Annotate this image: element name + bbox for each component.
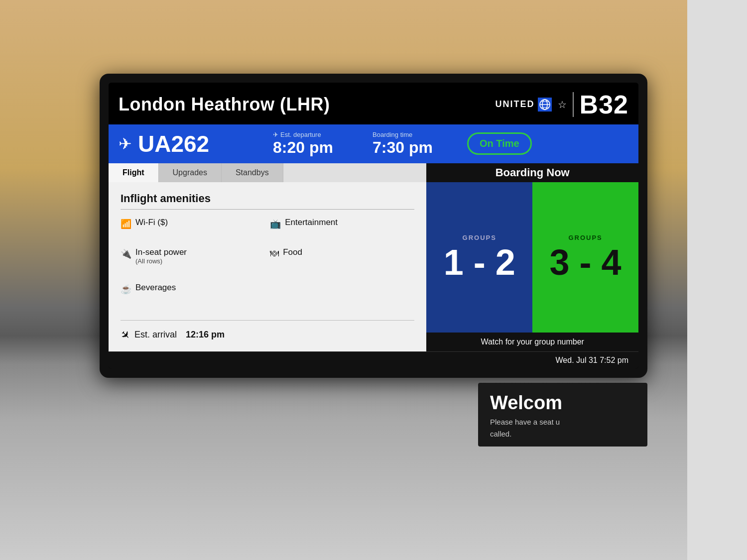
main-content: Inflight amenities 📶 Wi-Fi ($) 📺 (109, 182, 638, 351)
tab-flight[interactable]: Flight (109, 163, 159, 182)
globe-icon (538, 98, 552, 112)
amenities-grid: 📶 Wi-Fi ($) 📺 Entertainment (121, 218, 414, 310)
flight-number-section: ✈ UA262 (119, 130, 258, 157)
destination-title: London Heathrow (LHR) (119, 94, 330, 115)
tabs-boarding-row: Flight Upgrades Standbys Boarding Now (109, 163, 638, 182)
gate-label: B32 (580, 90, 628, 119)
boarding-now-header: Boarding Now (426, 163, 638, 182)
boarding-time: 7:30 pm (373, 138, 457, 157)
welcome-line3: called. (490, 429, 635, 439)
star-icon: ☆ (558, 99, 567, 111)
groups-label-2: GROUPS (568, 234, 602, 241)
small-plane-icon: ✈ (273, 131, 278, 138)
flight-bar: ✈ UA262 ✈ Est. departure 8:20 pm Boardin… (109, 124, 638, 163)
arrival-plane-icon: ✈ (117, 327, 132, 342)
welcome-line1: Welcom (490, 391, 635, 415)
power-sublabel: (All rows) (135, 257, 187, 265)
tab-standbys[interactable]: Standbys (222, 163, 283, 182)
food-label: Food (283, 247, 302, 257)
screen-container: London Heathrow (LHR) UNITED (100, 74, 647, 447)
arrival-row: ✈ Est. arrival 12:16 pm (121, 320, 414, 341)
header-divider (573, 92, 574, 117)
amenity-beverages: ☕ Beverages (121, 283, 265, 310)
beverages-label: Beverages (135, 283, 176, 293)
arrival-label: Est. arrival (134, 330, 177, 340)
amenities-title: Inflight amenities (121, 192, 414, 205)
left-panel: Inflight amenities 📶 Wi-Fi ($) 📺 (109, 182, 426, 351)
header-right: UNITED ☆ B32 (496, 90, 628, 119)
groups-row: GROUPS 1 - 2 GROUPS 3 - 4 (426, 182, 638, 333)
groups-label-1: GROUPS (463, 234, 497, 241)
entertainment-label: Entertainment (285, 218, 338, 227)
tab-upgrades[interactable]: Upgrades (159, 163, 222, 182)
screen-footer: Wed. Jul 31 7:52 pm (109, 351, 638, 369)
power-icon: 🔌 (121, 248, 131, 259)
group-block-3-4: GROUPS 3 - 4 (532, 182, 638, 333)
on-time-badge: On Time (467, 132, 532, 155)
header-row: London Heathrow (LHR) UNITED (109, 83, 638, 124)
power-label: In-seat power (135, 247, 187, 257)
food-icon: 🍽 (270, 248, 279, 259)
group-numbers-3-4: 3 - 4 (550, 244, 622, 280)
watch-text: Watch for your group number (481, 337, 584, 346)
boarding-section: Boarding time 7:30 pm (358, 131, 457, 157)
welcome-sign: Welcom Please have a seat u called. (478, 383, 647, 447)
amenity-food: 🍽 Food (270, 247, 414, 280)
departure-time: 8:20 pm (273, 138, 358, 157)
united-logo: UNITED (496, 98, 552, 112)
plane-icon: ✈ (119, 134, 132, 153)
tabs-section: Flight Upgrades Standbys (109, 163, 426, 182)
amenity-entertainment: 📺 Entertainment (270, 218, 414, 244)
beverage-icon: ☕ (121, 284, 131, 295)
wifi-label: Wi-Fi ($) (135, 218, 168, 227)
watch-row: Watch for your group number (426, 333, 638, 351)
footer-datetime: Wed. Jul 31 7:52 pm (556, 356, 628, 365)
below-screen: Welcom Please have a seat u called. (100, 378, 647, 447)
right-wall (687, 0, 747, 560)
departure-label: ✈ Est. departure (273, 131, 358, 138)
group-block-1-2: GROUPS 1 - 2 (426, 182, 532, 333)
boarding-time-label: Boarding time (373, 131, 457, 138)
screen: London Heathrow (LHR) UNITED (109, 83, 638, 369)
flight-number: UA262 (138, 130, 209, 157)
wifi-icon: 📶 (121, 219, 131, 229)
boarding-now-text: Boarding Now (496, 166, 570, 179)
tv-frame: London Heathrow (LHR) UNITED (100, 74, 647, 378)
right-panel: GROUPS 1 - 2 GROUPS 3 - 4 Watch for your… (426, 182, 638, 351)
amenity-power: 🔌 In-seat power (All rows) (121, 247, 265, 280)
amenities-divider (121, 209, 414, 210)
group-numbers-1-2: 1 - 2 (444, 244, 515, 280)
amenity-wifi: 📶 Wi-Fi ($) (121, 218, 265, 244)
airline-name: UNITED (496, 99, 535, 110)
entertainment-icon: 📺 (270, 219, 281, 229)
welcome-line2: Please have a seat u (490, 417, 635, 427)
arrival-time: 12:16 pm (186, 330, 225, 340)
departure-section: ✈ Est. departure 8:20 pm (258, 131, 358, 157)
